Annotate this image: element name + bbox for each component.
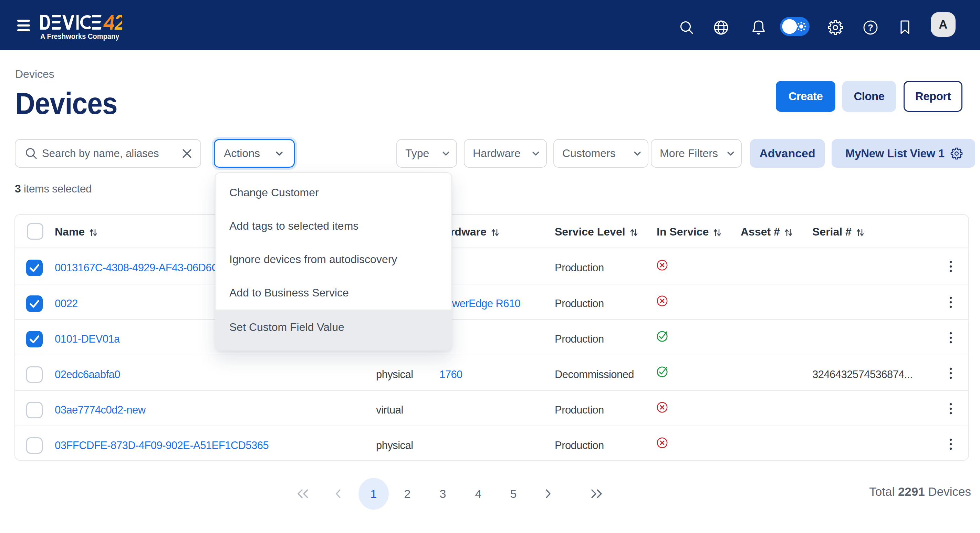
svg-text:?: ? [868,22,873,33]
